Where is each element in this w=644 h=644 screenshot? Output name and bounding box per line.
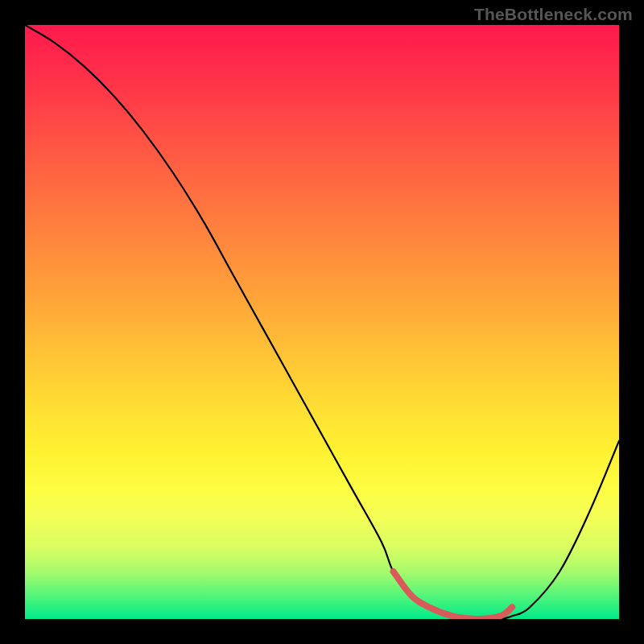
bottleneck-curve-path (25, 25, 619, 619)
plot-area (25, 25, 619, 619)
highlight-segment-path (394, 572, 513, 619)
chart-container: TheBottleneck.com (0, 0, 644, 644)
watermark-text: TheBottleneck.com (474, 5, 633, 24)
curve-svg (25, 25, 619, 619)
